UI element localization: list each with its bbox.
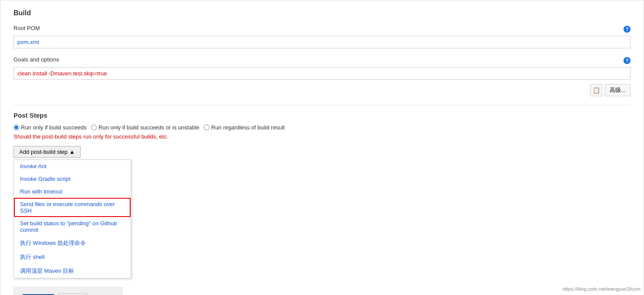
goals-input[interactable] <box>13 67 631 80</box>
dropdown-item-ssh[interactable]: Send files or execute commands over SSH <box>14 198 131 217</box>
dropdown-item-maven-goal[interactable]: 调用顶层 Maven 目标 <box>14 264 131 278</box>
post-steps-title: Post Steps <box>13 112 631 119</box>
radio-build-unstable-label: Run only if build succeeds or is unstabl… <box>98 124 199 131</box>
radio-build-regardless-label: Run regardless of build result <box>211 124 285 131</box>
radio-build-regardless[interactable]: Run regardless of build result <box>204 124 285 131</box>
bottom-action-bar: 保存 应用 <box>13 287 122 295</box>
divider <box>13 105 631 105</box>
add-post-build-step-button[interactable]: Add post-build step ▲ <box>13 146 81 158</box>
run-condition-group: Run only if build succeeds Run only if b… <box>13 124 631 131</box>
goals-help-icon[interactable]: ? <box>624 57 631 64</box>
radio-build-succeeds-label: Run only if build succeeds <box>21 124 87 131</box>
dropdown-item-invoke-ant[interactable]: Invoke Ant <box>14 160 131 173</box>
root-pom-label: Root POM <box>13 25 40 31</box>
radio-build-unstable[interactable]: Run only if build succeeds or is unstabl… <box>91 124 199 131</box>
post-steps-section: Post Steps Run only if build succeeds Ru… <box>13 112 631 278</box>
build-section: Build Root POM ? Goals and options ? 📋 高… <box>13 9 631 96</box>
goals-row: Goals and options ? <box>13 56 631 65</box>
radio-build-succeeds[interactable]: Run only if build succeeds <box>13 124 87 131</box>
toolbar-icon-btn[interactable]: 📋 <box>590 84 602 96</box>
build-toolbar: 📋 高级... <box>13 84 631 96</box>
watermark-text: https://blog.csdn.net/wangyue29com <box>563 286 641 292</box>
root-pom-row: Root POM ? <box>13 25 631 34</box>
dropdown-item-invoke-gradle[interactable]: Invoke Gradle script <box>14 173 131 185</box>
advanced-button[interactable]: 高级... <box>605 84 631 96</box>
post-build-dropdown: Invoke Ant Invoke Gradle script Run with… <box>13 159 131 278</box>
post-steps-hint: Should the post-build steps run only for… <box>13 133 631 140</box>
root-pom-help-icon[interactable]: ? <box>624 26 631 33</box>
build-title: Build <box>13 9 631 19</box>
root-pom-input[interactable] <box>13 36 631 48</box>
dropdown-item-shell[interactable]: 执行 shell <box>14 250 131 264</box>
dropdown-item-github-status[interactable]: Set build status to "pending" on Github … <box>14 217 131 236</box>
dropdown-item-windows-batch[interactable]: 执行 Windows 批处理命令 <box>14 236 131 250</box>
dropdown-item-run-timeout[interactable]: Run with timeout <box>14 185 131 198</box>
goals-label: Goals and options <box>13 56 59 63</box>
